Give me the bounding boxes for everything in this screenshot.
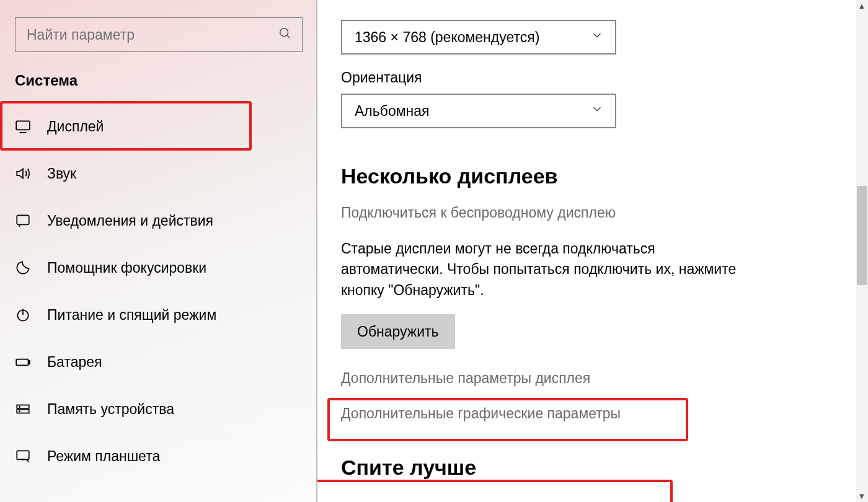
connect-wireless-display-link[interactable]: Подключиться к беспроводному дисплею <box>341 205 868 221</box>
sidebar: Система Дисплей Звук Уведомления и дейст… <box>0 0 317 502</box>
moon-icon <box>15 260 47 276</box>
svg-rect-8 <box>29 361 30 364</box>
old-displays-description: Старые дисплеи могут не всегда подключат… <box>341 239 738 301</box>
resolution-value: 1366 × 768 (рекомендуется) <box>355 29 539 46</box>
sleep-better-title: Спите лучше <box>341 456 868 480</box>
sidebar-item-label: Батарея <box>47 354 102 371</box>
sidebar-category: Система <box>0 69 317 103</box>
sidebar-item-label: Питание и спящий режим <box>47 307 216 324</box>
resolution-dropdown[interactable]: 1366 × 768 (рекомендуется) <box>341 20 616 55</box>
sound-icon <box>15 165 47 182</box>
highlight-box-graphics-link-abs <box>327 398 688 441</box>
chevron-down-icon <box>590 29 604 46</box>
detect-button[interactable]: Обнаружить <box>341 314 455 349</box>
scrollbar-arrow-down-icon[interactable]: ▼ <box>856 491 868 501</box>
sidebar-item-label: Звук <box>47 165 76 182</box>
battery-icon <box>15 354 47 370</box>
svg-rect-4 <box>17 215 29 224</box>
svg-rect-7 <box>16 359 28 366</box>
sidebar-item-power-sleep[interactable]: Питание и спящий режим <box>0 291 317 338</box>
sidebar-item-storage[interactable]: Память устройства <box>0 385 317 433</box>
scrollbar-arrow-up-icon[interactable]: ▲ <box>856 1 868 11</box>
svg-rect-13 <box>17 451 29 459</box>
sidebar-item-sound[interactable]: Звук <box>0 150 317 197</box>
sidebar-item-label: Уведомления и действия <box>47 213 213 229</box>
chevron-down-icon <box>590 102 604 120</box>
sidebar-item-label: Режим планшета <box>47 448 160 465</box>
sidebar-item-focus-assist[interactable]: Помощник фокусировки <box>0 244 317 291</box>
sidebar-item-notifications[interactable]: Уведомления и действия <box>0 197 317 244</box>
orientation-dropdown[interactable]: Альбомная <box>341 94 616 128</box>
svg-line-1 <box>287 35 290 38</box>
orientation-value: Альбомная <box>355 103 429 120</box>
sidebar-item-battery[interactable]: Батарея <box>0 338 317 385</box>
svg-point-12 <box>19 411 20 412</box>
search-input-wrap[interactable] <box>15 17 303 52</box>
orientation-label: Ориентация <box>341 69 868 86</box>
sidebar-item-label: Помощник фокусировки <box>47 260 206 276</box>
scrollbar[interactable]: ▲ ▼ <box>856 0 868 502</box>
multiple-displays-title: Несколько дисплеев <box>341 164 868 188</box>
storage-icon <box>15 401 47 417</box>
svg-point-14 <box>22 459 23 460</box>
tablet-icon <box>15 448 47 464</box>
notification-icon <box>15 213 47 229</box>
sidebar-item-tablet-mode[interactable]: Режим планшета <box>0 433 317 480</box>
scrollbar-thumb[interactable] <box>857 186 867 285</box>
search-icon <box>278 27 292 43</box>
sidebar-item-label: Память устройства <box>47 401 174 418</box>
highlight-box-display <box>0 101 252 151</box>
search-input[interactable] <box>27 27 278 43</box>
svg-point-0 <box>280 29 288 37</box>
svg-point-11 <box>19 407 20 407</box>
advanced-display-settings-link[interactable]: Дополнительные параметры дисплея <box>341 370 868 387</box>
power-icon <box>15 307 47 323</box>
highlight-box-graphics-link <box>317 480 673 502</box>
